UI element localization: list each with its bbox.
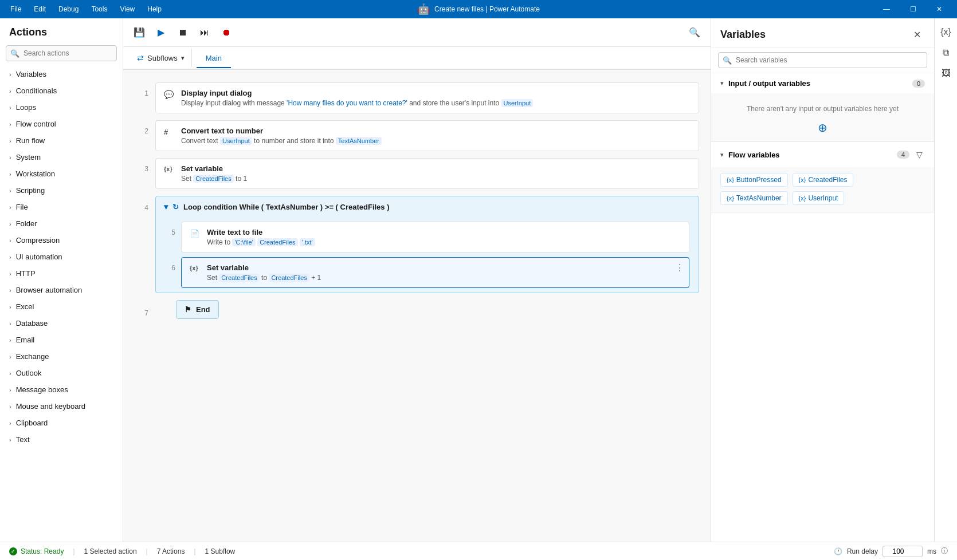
var-chip-createdfiles[interactable]: {x} CreatedFiles: [793, 173, 854, 187]
sidebar-item-file[interactable]: ›File: [0, 199, 123, 215]
loop-header[interactable]: ▾ ↻ Loop condition While ( TextAsNumber …: [156, 196, 699, 217]
sidebar-item-text[interactable]: ›Text: [0, 431, 123, 448]
sidebar-item-system[interactable]: ›System: [0, 149, 123, 165]
sidebar-item-clipboard[interactable]: ›Clipboard: [0, 415, 123, 431]
sidebar-item-database[interactable]: ›Database: [0, 315, 123, 332]
statusbar: Status: Ready | 1 Selected action | 7 Ac…: [0, 542, 957, 560]
step-card-3[interactable]: {x} Set variable Set CreatedFiles to 1: [155, 158, 699, 189]
menu-debug[interactable]: Debug: [53, 3, 84, 15]
tab-main[interactable]: Main: [197, 49, 231, 68]
add-io-variable-button[interactable]: ⊕: [720, 121, 925, 135]
variables-close-button[interactable]: ✕: [909, 26, 925, 42]
clock-icon: 🕐: [834, 547, 842, 555]
right-sidebar-variables-icon[interactable]: {x}: [937, 23, 955, 41]
stop-button[interactable]: ⏹: [174, 23, 192, 42]
io-count-badge: 0: [912, 80, 925, 88]
menu-help[interactable]: Help: [142, 3, 167, 15]
actions-sidebar: Actions 🔍 ›Variables ›Conditionals ›Loop…: [0, 18, 123, 542]
flow-step-3: 3 {x} Set variable Set CreatedFiles to 1: [123, 155, 711, 192]
flow-variables-section: ▾ Flow variables 4 ▽ {x} ButtonPressed {…: [711, 142, 934, 212]
chevron-down-icon: ▾: [181, 54, 185, 62]
info-icon[interactable]: ⓘ: [941, 546, 948, 556]
var-chip-userinput[interactable]: {x} UserInput: [793, 191, 845, 205]
end-flag-icon: ⚑: [185, 305, 191, 314]
sidebar-item-exchange[interactable]: ›Exchange: [0, 348, 123, 365]
tabs-bar: ⇄ Subflows ▾ Main: [123, 47, 711, 70]
var-chip-buttonpressed[interactable]: {x} ButtonPressed: [720, 173, 788, 187]
step-6-var1: CreatedFiles: [219, 274, 259, 282]
sidebar-title: Actions: [0, 18, 123, 43]
search-variables-input[interactable]: [718, 52, 927, 68]
menu-tools[interactable]: Tools: [85, 3, 113, 15]
step-number-2: 2: [135, 120, 148, 135]
menu-file[interactable]: File: [5, 3, 27, 15]
step-button[interactable]: ⏭: [195, 23, 214, 42]
sidebar-item-flow-control[interactable]: ›Flow control: [0, 116, 123, 132]
sidebar-item-run-flow[interactable]: ›Run flow: [0, 132, 123, 149]
step-3-var1: CreatedFiles: [193, 175, 233, 183]
run-delay-input[interactable]: [883, 546, 923, 557]
step-more-menu[interactable]: ⋮: [675, 262, 684, 273]
sidebar-item-message-boxes[interactable]: ›Message boxes: [0, 381, 123, 398]
flow-variables-header[interactable]: ▾ Flow variables 4 ▽: [711, 142, 934, 167]
sidebar-item-conditionals[interactable]: ›Conditionals: [0, 82, 123, 99]
sidebar-search-container: 🔍: [6, 45, 117, 61]
flow-step-4: 4 ▾ ↻ Loop condition While ( TextAsNumbe…: [123, 192, 711, 297]
step-1-var: UserInput: [501, 99, 534, 107]
chevron-icon: ›: [9, 220, 11, 227]
step-desc-2: Convert text UserInput to number and sto…: [181, 137, 691, 145]
io-chevron-icon: ▾: [720, 80, 724, 87]
save-button[interactable]: 💾: [130, 23, 148, 42]
var-chip-icon: {x}: [727, 176, 734, 183]
variable-icon: {x}: [164, 164, 175, 172]
sidebar-item-compression[interactable]: ›Compression: [0, 232, 123, 249]
sidebar-item-mouse-keyboard[interactable]: ›Mouse and keyboard: [0, 398, 123, 415]
menu-edit[interactable]: Edit: [28, 3, 52, 15]
chevron-icon: ›: [9, 387, 11, 393]
menu-view[interactable]: View: [114, 3, 140, 15]
sidebar-item-excel[interactable]: ›Excel: [0, 298, 123, 315]
end-card[interactable]: ⚑ End: [176, 300, 219, 319]
loop-step-6: 6 {x} Set variable Set CreatedFiles to C…: [156, 255, 699, 290]
step-card-2[interactable]: # Convert text to number Convert text Us…: [155, 120, 699, 151]
sidebar-item-loops[interactable]: ›Loops: [0, 99, 123, 116]
var-chip-icon: {x}: [727, 195, 734, 202]
minimize-button[interactable]: —: [873, 0, 900, 18]
sidebar-item-http[interactable]: ›HTTP: [0, 265, 123, 282]
sidebar-item-workstation[interactable]: ›Workstation: [0, 165, 123, 182]
input-output-header[interactable]: ▾ Input / output variables 0: [711, 73, 934, 93]
sidebar-item-scripting[interactable]: ›Scripting: [0, 182, 123, 199]
var-search-icon: 🔍: [723, 56, 732, 65]
close-button[interactable]: ✕: [926, 0, 952, 18]
chevron-icon: ›: [9, 154, 11, 161]
step-card-6[interactable]: {x} Set variable Set CreatedFiles to Cre…: [181, 257, 689, 288]
step-title-1: Display input dialog: [181, 89, 691, 97]
window-controls: — ☐ ✕: [873, 0, 952, 18]
right-sidebar-layers-icon[interactable]: ⧉: [937, 44, 955, 62]
sidebar-item-outlook[interactable]: ›Outlook: [0, 365, 123, 381]
filter-icon[interactable]: ▽: [914, 148, 925, 161]
var-chip-textasnumber[interactable]: {x} TextAsNumber: [720, 191, 788, 205]
sidebar-item-variables[interactable]: ›Variables: [0, 66, 123, 82]
maximize-button[interactable]: ☐: [900, 0, 926, 18]
chevron-icon: ›: [9, 436, 11, 443]
right-sidebar-image-icon[interactable]: 🖼: [937, 64, 955, 82]
search-actions-input[interactable]: [6, 45, 117, 61]
step-card-5[interactable]: 📄 Write text to file Write to 'C:\file' …: [181, 222, 689, 253]
subflows-button[interactable]: ⇄ Subflows ▾: [130, 49, 192, 67]
record-button[interactable]: ⏺: [217, 23, 236, 42]
step-number-7: 7: [135, 302, 148, 317]
step-5-var2: CreatedFiles: [257, 238, 297, 246]
step-card-1[interactable]: 💬 Display input dialog Display input dia…: [155, 82, 699, 113]
sidebar-item-ui-automation[interactable]: ›UI automation: [0, 249, 123, 265]
flow-canvas: 1 💬 Display input dialog Display input d…: [123, 70, 711, 542]
step-5-var1: 'C:\file': [232, 238, 255, 246]
sidebar-item-browser-automation[interactable]: ›Browser automation: [0, 282, 123, 298]
chevron-icon: ›: [9, 204, 11, 211]
sidebar-item-email[interactable]: ›Email: [0, 332, 123, 348]
run-button[interactable]: ▶: [152, 23, 170, 42]
sidebar-item-folder[interactable]: ›Folder: [0, 215, 123, 232]
step-desc-1: Display input dialog with message 'How m…: [181, 99, 691, 107]
search-button[interactable]: 🔍: [685, 23, 704, 42]
step-2-var1: UserInput: [220, 137, 252, 145]
